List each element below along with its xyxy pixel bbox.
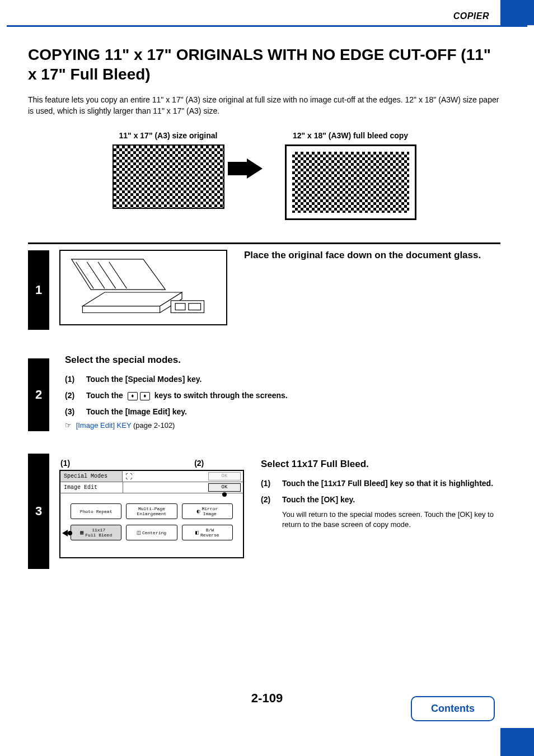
- svg-marker-3: [72, 259, 166, 289]
- down-arrow-key-icon: ♦: [128, 392, 138, 400]
- reference-link[interactable]: [Image Edit] KEY: [76, 421, 132, 430]
- bw-reverse-button[interactable]: ◧B/W Reverse: [182, 525, 233, 540]
- scanner-illustration: [59, 250, 227, 325]
- diagram-left-label: 11" x 17" (A3) size original: [113, 131, 224, 140]
- reference-icon: ☞: [65, 421, 72, 430]
- step-number-1: 1: [28, 250, 49, 330]
- callout-2: (2): [194, 459, 204, 468]
- header-rule: [7, 25, 527, 27]
- panel-bar-special-modes: Special Modes: [60, 471, 123, 482]
- step-3-title: Select 11x17 Full Bleed.: [261, 459, 500, 470]
- mirror-icon: ◐: [196, 508, 200, 515]
- centering-button[interactable]: ◫Centering: [126, 525, 177, 540]
- svg-rect-10: [189, 303, 201, 310]
- substep-2-2-text-b: keys to switch through the screens.: [154, 391, 288, 400]
- section-header: COPIER: [453, 11, 489, 21]
- svg-rect-9: [175, 303, 185, 310]
- reference-page: (page 2-102): [131, 421, 175, 430]
- substep-2-3-num: (3): [65, 405, 81, 419]
- full-bleed-graphic: [285, 144, 416, 220]
- step-2: 2 Select the special modes. (1) Touch th…: [28, 349, 500, 441]
- substep-3-2-desc: You will return to the special modes scr…: [282, 510, 500, 531]
- pointer-icon: [62, 530, 68, 536]
- diagram-row: 11" x 17" (A3) size original 12" x 18" (…: [28, 131, 500, 220]
- contents-button[interactable]: Contents: [411, 696, 495, 721]
- centering-icon: ◫: [137, 529, 140, 536]
- original-size-graphic: [113, 144, 224, 209]
- page-title: COPYING 11" x 17" ORIGINALS WITH NO EDGE…: [28, 45, 500, 84]
- up-arrow-key-icon: ♦: [140, 392, 150, 400]
- substep-2-2-num: (2): [65, 389, 81, 403]
- ok-button[interactable]: OK: [208, 483, 241, 492]
- step-number-2: 2: [28, 358, 49, 431]
- substep-3-1-num: (1): [261, 477, 277, 491]
- photo-repeat-button[interactable]: Photo Repeat: [71, 503, 121, 519]
- top-corner-accent: [500, 0, 534, 25]
- panel-bar-image-edit: Image Edit: [60, 482, 123, 493]
- step-1: 1 Place the original face d: [28, 244, 500, 337]
- callout-1: (1): [60, 459, 70, 468]
- substep-2-1-text: Touch the [Special Modes] key.: [86, 372, 202, 386]
- mirror-image-button[interactable]: ◐Mirror Image: [182, 503, 233, 519]
- bw-reverse-icon: ◧: [195, 529, 199, 536]
- substep-3-1-text: Touch the [11x17 Full Bleed] key so that…: [282, 477, 493, 491]
- touch-panel-mock: Special Modes ⛶ OK Image Edit OK Photo R…: [59, 470, 244, 558]
- 11x17-full-bleed-button[interactable]: ▦11x17 Full Bleed: [71, 525, 121, 540]
- substep-2-1-num: (1): [65, 372, 81, 386]
- ok-button-dim: OK: [208, 472, 241, 480]
- expand-icon: ⛶: [123, 471, 135, 482]
- intro-text: This feature lets you copy an entire 11"…: [28, 94, 500, 117]
- step-3: 3 (1) (2) Special Modes ⛶ OK Image Edit: [28, 453, 500, 570]
- substep-2-3-text: Touch the [Image Edit] key.: [86, 405, 187, 419]
- step-2-title: Select the special modes.: [65, 354, 500, 366]
- multi-page-enlargement-button[interactable]: Multi-Page Enlargement: [126, 503, 177, 519]
- substep-3-2-num: (2): [261, 493, 277, 507]
- substep-3-2-text: Touch the [OK] key.: [282, 493, 355, 507]
- full-bleed-icon: ▦: [80, 529, 83, 536]
- arrow-right-icon: [247, 158, 263, 179]
- bottom-corner-accent: [500, 728, 534, 756]
- substep-2-2-text-a: Touch the: [86, 391, 123, 400]
- diagram-right-label: 12" x 18" (A3W) full bleed copy: [285, 131, 416, 140]
- step-1-title: Place the original face down on the docu…: [244, 250, 500, 261]
- step-number-3: 3: [28, 454, 49, 569]
- svg-marker-1: [82, 306, 160, 312]
